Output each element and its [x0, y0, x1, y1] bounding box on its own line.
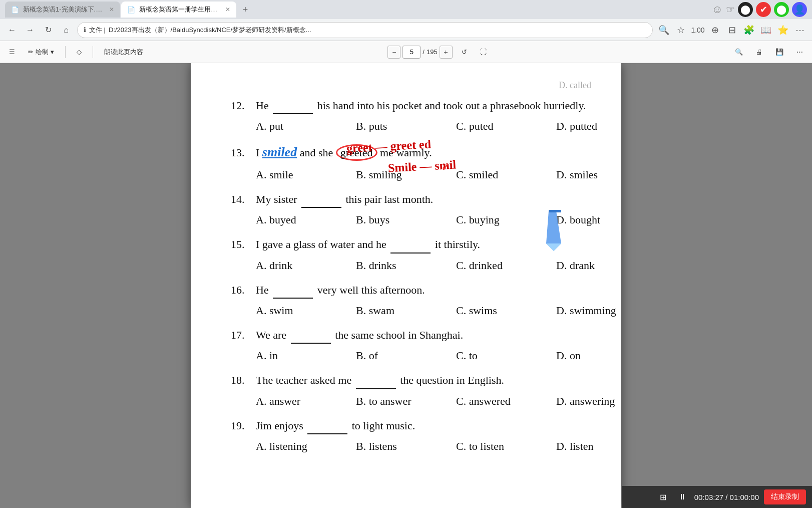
q16-options: A. swim B. swam C. swims D. swimming	[256, 302, 591, 319]
draw-label: 绘制	[36, 48, 49, 57]
tab-close-1[interactable]: ✕	[109, 6, 114, 13]
q18-options: A. answer B. to answer C. answered D. an…	[256, 392, 591, 410]
q12-num: 12.	[231, 97, 256, 114]
erase-tool[interactable]: ◇	[73, 46, 86, 58]
reader-mode-icon[interactable]: 📖	[759, 23, 773, 37]
sidebar-icon[interactable]: ⊟	[725, 23, 739, 37]
red-circle-button[interactable]: ✔	[756, 2, 771, 17]
zoom-icon[interactable]: 🔍	[657, 23, 671, 37]
extensions-icon[interactable]: 🧩	[742, 23, 756, 37]
erase-icon: ◇	[77, 48, 82, 56]
refresh-button[interactable]: ↻	[41, 23, 55, 37]
tab-pdf1[interactable]: 📄 新概念英语1-完美演练下.pdf ✕	[5, 2, 120, 18]
page-number-input[interactable]	[402, 46, 421, 59]
draw-tool[interactable]: ✏ 绘制 ▾	[24, 46, 58, 59]
annotation-checkmark: ✓	[441, 159, 450, 175]
q17-num: 17.	[231, 326, 256, 344]
back-button[interactable]: ←	[5, 23, 19, 37]
q17-optA: A. in	[256, 347, 356, 364]
menu-icon[interactable]: ⋯	[793, 23, 807, 37]
question-18: 18. The teacher asked me the question in…	[231, 371, 591, 409]
q13-num: 13.	[231, 144, 256, 161]
q15-optB: B. drinks	[356, 257, 456, 274]
pdf-icon-2: 📄	[127, 6, 135, 14]
address-bar[interactable]: ℹ 文件 | D:/2023再出发（新）/BaiduSyncdisk/NCE/梦…	[77, 22, 653, 38]
smiley-icon: ☺	[712, 3, 723, 16]
pdf-content-area: D. called 12. He his hand into his pocke…	[0, 63, 812, 508]
recording-time: 00:03:27 / 01:00:00	[694, 493, 759, 501]
top-partial-text: D. called	[231, 78, 591, 93]
user-avatar: 👤	[792, 2, 807, 17]
q16-optD: D. swimming	[556, 302, 646, 319]
q15-options: A. drink B. drinks C. drinked D. drank	[256, 257, 591, 274]
address-scheme: 文件 |	[89, 26, 106, 35]
zoom-in-button[interactable]: +	[440, 46, 453, 59]
sidebar-toggle[interactable]: ☰	[5, 46, 19, 58]
cursor-icon: ☞	[726, 4, 735, 16]
new-tab-button[interactable]: +	[237, 2, 253, 18]
favorites-icon[interactable]: ⭐	[776, 23, 790, 37]
q17-optC: C. to	[456, 347, 556, 364]
q19-optA: A. listening	[256, 437, 356, 455]
q14-optB: B. buys	[356, 211, 456, 228]
green-circle-button[interactable]: ⬤	[774, 2, 789, 17]
q18-optD: D. answering	[556, 392, 646, 410]
question-12: 12. He his hand into his pocket and took…	[231, 97, 591, 135]
q15-num: 15.	[231, 235, 256, 253]
q14-options: A. buyed B. buys C. buying D. bought	[256, 211, 591, 228]
tab-close-2[interactable]: ✕	[225, 6, 230, 13]
q19-optD: D. listen	[556, 437, 646, 455]
read-aloud-button[interactable]: 朗读此页内容	[100, 46, 147, 59]
star-icon[interactable]: ☆	[674, 23, 688, 37]
q16-optC: C. swims	[456, 302, 556, 319]
q12-optD: D. putted	[556, 117, 646, 135]
home-button[interactable]: ⌂	[59, 23, 73, 37]
q17-options: A. in B. of C. to D. on	[256, 347, 591, 364]
q14-optD: D. bought	[556, 211, 646, 228]
pdf-icon-1: 📄	[11, 6, 19, 14]
q12-options: A. put B. puts C. puted D. putted	[256, 117, 591, 135]
draw-icon: ✏	[28, 48, 34, 56]
q19-num: 19.	[231, 417, 256, 434]
zoom-out-button[interactable]: −	[387, 46, 400, 59]
more-button[interactable]: ⋯	[792, 46, 807, 58]
q12-optB: B. puts	[356, 117, 456, 135]
pause-button[interactable]: ⏸	[675, 490, 689, 504]
q18-num: 18.	[231, 371, 256, 389]
q17-optB: B. of	[356, 347, 456, 364]
q14-optC: C. buying	[456, 211, 556, 228]
q15-text: I gave a glass of water and he it thirst…	[256, 235, 480, 253]
q19-options: A. listening B. listens C. to listen D. …	[256, 437, 591, 455]
q13-optC: C. smiled	[456, 166, 556, 183]
save-button[interactable]: 💾	[771, 46, 787, 58]
address-text: D:/2023再出发（新）/BaiduSyncdisk/NCE/梦梦老师研发资料…	[109, 26, 646, 35]
q15-optC: C. drinked	[456, 257, 556, 274]
recording-bar: ⊞ ⏸ 00:03:27 / 01:00:00 结束录制	[622, 486, 812, 508]
question-19: 19. Jim enjoys to light music. A. listen…	[231, 417, 591, 455]
question-16: 16. He very well this afternoon. A. swim…	[231, 281, 591, 319]
question-17: 17. We are the same school in Shanghai. …	[231, 326, 591, 364]
read-aloud-label: 朗读此页内容	[104, 48, 143, 57]
q14-optA: A. buyed	[256, 211, 356, 228]
search-pdf-button[interactable]: 🔍	[731, 46, 747, 58]
stop-recording-button[interactable]: 结束录制	[764, 489, 806, 504]
q18-optB: B. to answer	[356, 392, 456, 410]
forward-button[interactable]: →	[23, 23, 37, 37]
ext-icon[interactable]: 1.00	[691, 23, 705, 37]
rotate-button[interactable]: ↺	[458, 46, 471, 58]
grid-button[interactable]: ⊞	[656, 490, 670, 504]
print-button[interactable]: 🖨	[752, 46, 766, 58]
q16-text: He very well this afternoon.	[256, 281, 425, 299]
q17-text: We are the same school in Shanghai.	[256, 326, 463, 344]
q13-optA: A. smile	[256, 166, 356, 183]
translate-icon[interactable]: ⊕	[708, 23, 722, 37]
tab-pdf2[interactable]: 📄 新概念英语第一册学生用书.pdf ✕	[121, 2, 236, 18]
q16-optB: B. swam	[356, 302, 456, 319]
q17-optD: D. on	[556, 347, 646, 364]
q19-optB: B. listens	[356, 437, 456, 455]
dark-circle-button[interactable]: ⬤	[738, 2, 753, 17]
question-14: 14. My sister this pair last month. A. b…	[231, 190, 591, 228]
tab-label-1: 新概念英语1-完美演练下.pdf	[23, 5, 103, 14]
fullscreen-button[interactable]: ⛶	[476, 46, 491, 58]
q14-num: 14.	[231, 190, 256, 208]
